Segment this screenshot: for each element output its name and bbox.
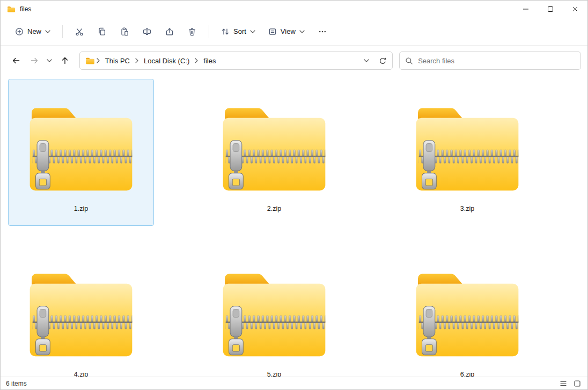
address-bar[interactable]: This PC Local Disk (C:) files xyxy=(79,51,393,70)
window-close-icon xyxy=(572,6,578,12)
chevron-right-icon xyxy=(195,58,198,63)
search-icon xyxy=(405,57,413,65)
zip-folder-icon xyxy=(21,261,141,360)
window-maximize-icon xyxy=(547,6,554,12)
file-explorer-window: files New xyxy=(0,0,588,390)
new-button[interactable]: New xyxy=(9,23,56,40)
close-button[interactable] xyxy=(563,1,587,18)
file-item[interactable]: 4.zip xyxy=(8,245,154,377)
search-box xyxy=(399,51,581,70)
details-view-button[interactable] xyxy=(556,378,570,389)
maximize-button[interactable] xyxy=(538,1,563,18)
trash-icon xyxy=(188,27,196,36)
up-button[interactable] xyxy=(56,51,74,70)
share-icon xyxy=(165,27,174,36)
rename-icon xyxy=(143,27,151,36)
file-item[interactable]: 2.zip xyxy=(201,79,347,226)
thumbnail-view-button[interactable] xyxy=(570,378,584,389)
thumbnail-view-icon xyxy=(574,380,581,387)
file-item[interactable]: 3.zip xyxy=(394,79,540,226)
toolbar-divider xyxy=(62,25,63,38)
navigation-bar: This PC Local Disk (C:) files xyxy=(1,46,587,76)
chevron-down-icon xyxy=(299,30,305,33)
address-dropdown-button[interactable] xyxy=(359,53,374,68)
plus-circle-icon xyxy=(15,27,24,36)
more-options-button[interactable] xyxy=(312,22,333,41)
location-folder-icon xyxy=(85,57,95,65)
view-button-label: View xyxy=(281,27,296,35)
chevron-down-icon xyxy=(364,59,369,62)
refresh-button[interactable] xyxy=(375,53,390,68)
arrow-left-icon xyxy=(12,56,20,65)
list-view-icon xyxy=(560,380,567,387)
minimize-button[interactable] xyxy=(513,1,538,18)
window-title: files xyxy=(20,5,31,13)
item-count: 6 items xyxy=(6,380,27,387)
command-toolbar: New xyxy=(1,18,587,46)
clipboard-paste-icon xyxy=(120,27,129,36)
file-name: 5.zip xyxy=(267,371,281,377)
share-button[interactable] xyxy=(159,22,180,41)
sort-button[interactable]: Sort xyxy=(215,23,261,40)
file-item[interactable]: 1.zip xyxy=(8,79,154,226)
file-item[interactable]: 5.zip xyxy=(201,245,347,377)
file-name: 2.zip xyxy=(267,205,281,212)
chevron-down-icon xyxy=(250,30,255,33)
cut-button[interactable] xyxy=(69,22,90,41)
delete-button[interactable] xyxy=(181,22,203,41)
zip-folder-icon xyxy=(407,95,527,194)
paste-button[interactable] xyxy=(114,22,135,41)
arrow-up-icon xyxy=(61,56,69,65)
arrow-right-icon xyxy=(30,56,39,65)
file-name: 4.zip xyxy=(74,371,88,377)
view-layout-icon xyxy=(268,27,277,36)
ellipsis-icon xyxy=(318,27,327,36)
forward-button[interactable] xyxy=(25,51,43,70)
window-controls xyxy=(513,1,587,18)
copy-button[interactable] xyxy=(91,22,113,41)
rename-button[interactable] xyxy=(136,22,158,41)
file-item[interactable]: 6.zip xyxy=(394,245,540,377)
chevron-right-icon xyxy=(97,58,100,63)
chevron-down-icon xyxy=(45,30,50,33)
sort-arrows-icon xyxy=(221,27,230,36)
window-folder-icon xyxy=(7,6,16,13)
chevron-down-icon xyxy=(47,59,52,62)
file-name: 1.zip xyxy=(74,205,88,212)
sort-button-label: Sort xyxy=(233,27,246,35)
view-button[interactable]: View xyxy=(262,23,311,40)
copy-icon xyxy=(98,27,106,36)
back-button[interactable] xyxy=(7,51,25,70)
status-bar: 6 items xyxy=(1,377,587,389)
search-input[interactable] xyxy=(418,57,575,65)
scissors-icon xyxy=(75,27,84,36)
toolbar-divider xyxy=(209,25,209,38)
titlebar: files xyxy=(1,1,587,18)
breadcrumb-files[interactable]: files xyxy=(200,55,219,67)
breadcrumb-this-pc[interactable]: This PC xyxy=(101,55,134,67)
chevron-right-icon xyxy=(135,58,138,63)
breadcrumb-local-disk[interactable]: Local Disk (C:) xyxy=(140,55,193,67)
zip-folder-icon xyxy=(214,95,334,194)
zip-folder-icon xyxy=(21,95,141,194)
window-minimize-icon xyxy=(523,6,529,12)
file-name: 3.zip xyxy=(460,205,474,212)
zip-folder-icon xyxy=(214,261,334,360)
file-grid: 1.zip 2.zip 3.zip 4.zip 5.zip 6.zip xyxy=(1,76,587,377)
recent-locations-button[interactable] xyxy=(43,51,56,70)
refresh-icon xyxy=(379,57,387,65)
new-button-label: New xyxy=(27,27,41,35)
zip-folder-icon xyxy=(407,261,527,360)
file-name: 6.zip xyxy=(460,371,474,377)
